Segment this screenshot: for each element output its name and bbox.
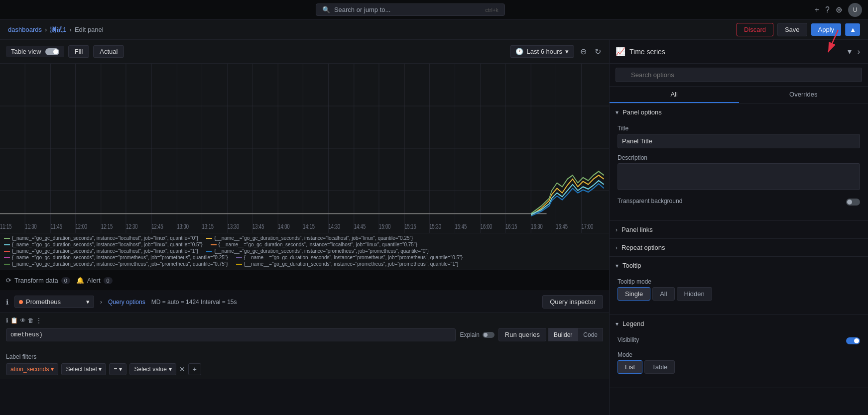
transform-label: Transform data [14, 277, 58, 284]
svg-text:16:45: 16:45 [556, 222, 568, 230]
tab-overrides[interactable]: Overrides [739, 87, 868, 103]
plus-icon[interactable]: + [815, 5, 819, 14]
add-filter-button[interactable]: + [188, 363, 201, 375]
breadcrumb-sep2: › [70, 26, 72, 33]
svg-text:15:45: 15:45 [455, 222, 467, 230]
svg-text:13:30: 13:30 [228, 222, 240, 230]
legend-row-2: {_name_="go_gc_duration_seconds", instan… [4, 242, 605, 247]
svg-text:12:00: 12:00 [76, 222, 88, 230]
value-select[interactable]: Select value ▾ [129, 363, 176, 375]
repeat-options-row[interactable]: › Repeat options [610, 239, 868, 257]
svg-text:13:00: 13:00 [177, 222, 189, 230]
chart-area: 11:15 11:30 11:45 12:00 12:15 12:30 12:4… [0, 64, 609, 233]
label-filters: Label filters ation_seconds ▾ Select lab… [0, 349, 609, 379]
breadcrumb-dashboards[interactable]: dashboards [8, 26, 42, 33]
save-button[interactable]: Save [777, 23, 807, 36]
rss-icon[interactable]: ⊕ [836, 5, 842, 14]
legend-table-btn[interactable]: Table [644, 360, 675, 374]
clock-icon: 🕐 [515, 48, 523, 55]
legend-color-10 [236, 264, 242, 265]
legend-text-7: {_name_="go_gc_duration_seconds", instan… [12, 255, 228, 260]
title-label: Title [618, 125, 860, 132]
legend-section: ▾ Legend Visibility Mode List Table [610, 315, 868, 388]
label-select[interactable]: Select label ▾ [61, 363, 106, 375]
query-inspector-button[interactable]: Query inspector [542, 295, 603, 309]
tooltip-mode-row: Single All Hidden [618, 287, 860, 301]
time-range-chevron: ▾ [565, 48, 569, 55]
query-input-row: ℹ 📋 👁 🗑 ⋮ [6, 317, 603, 324]
datasource-select[interactable]: Prometheus ▾ [14, 296, 94, 308]
transparent-bg-toggle[interactable] [846, 199, 860, 206]
tooltip-hidden-btn[interactable]: Hidden [677, 287, 712, 301]
svg-text:14:30: 14:30 [329, 222, 341, 230]
explain-switch[interactable] [483, 332, 495, 338]
query-trash-icon[interactable]: 🗑 [28, 317, 34, 324]
value-placeholder: Select value [134, 366, 166, 373]
svg-text:13:15: 13:15 [202, 222, 214, 230]
avatar[interactable]: U [848, 3, 862, 17]
tooltip-single-btn[interactable]: Single [618, 287, 650, 301]
toolbar-right: 🕐 Last 6 hours ▾ ⊖ ↻ [510, 45, 603, 58]
options-search-input[interactable] [616, 68, 862, 82]
query-options-link[interactable]: Query options [108, 299, 145, 306]
panel-type-chevron-down[interactable]: ▾ [846, 45, 854, 58]
operator-value: = [114, 366, 117, 373]
zoom-button[interactable]: ⊖ [578, 45, 589, 58]
transform-data-tab[interactable]: ⟳ Transform data 0 [6, 275, 70, 286]
builder-tab[interactable]: Builder [548, 328, 578, 341]
panel-type-expand[interactable]: › [856, 45, 862, 58]
panel-links-row[interactable]: › Panel links [610, 221, 868, 239]
datasource-dot [19, 300, 23, 304]
code-tab[interactable]: Code [578, 328, 603, 341]
question-icon[interactable]: ? [825, 5, 830, 14]
toolbar-left: Table view Fill Actual [6, 45, 124, 58]
svg-text:15:00: 15:00 [379, 222, 391, 230]
panel-type-actions: ▾ › [846, 45, 862, 58]
alert-tab[interactable]: 🔔 Alert 0 [76, 275, 113, 286]
legend-color-6 [206, 251, 212, 252]
breadcrumb-sep1: › [45, 26, 47, 33]
query-info-icon[interactable]: ℹ [6, 317, 8, 324]
run-queries-button[interactable]: Run queries [498, 328, 546, 341]
query-eye-icon[interactable]: 👁 [20, 317, 26, 324]
svg-text:11:30: 11:30 [25, 222, 37, 230]
query-more-icon[interactable]: ⋮ [36, 317, 42, 324]
legend-text-2: {__name__="go_gc_duration_seconds", inst… [214, 235, 413, 241]
description-label: Description [618, 154, 860, 161]
actual-button[interactable]: Actual [93, 45, 124, 58]
query-input-field[interactable] [6, 328, 456, 341]
description-field-row: Description [618, 154, 860, 192]
legend-title: Legend [622, 320, 644, 327]
metric-filter[interactable]: ation_seconds ▾ [6, 363, 58, 375]
transform-count: 0 [61, 277, 70, 284]
svg-text:11:45: 11:45 [50, 222, 62, 230]
visibility-toggle[interactable] [846, 337, 860, 344]
query-copy-icon[interactable]: 📋 [10, 317, 18, 324]
title-input[interactable] [618, 134, 860, 148]
info-icon[interactable]: ℹ [6, 298, 8, 306]
time-range-button[interactable]: 🕐 Last 6 hours ▾ [510, 45, 574, 58]
table-view-pill[interactable] [45, 48, 59, 55]
refresh-button[interactable]: ↻ [593, 45, 603, 58]
breadcrumb-dashboard[interactable]: 测试1 [50, 25, 66, 34]
svg-text:15:15: 15:15 [404, 222, 416, 230]
apply-button[interactable]: Apply [811, 23, 842, 36]
svg-text:16:00: 16:00 [481, 222, 493, 230]
legend-list-btn[interactable]: List [618, 360, 642, 374]
discard-button[interactable]: Discard [737, 23, 773, 36]
legend-header[interactable]: ▾ Legend [610, 315, 868, 332]
fill-button[interactable]: Fill [68, 45, 90, 58]
topbar-center: 🔍 Search or jump to... ctrl+k [6, 3, 815, 16]
query-body: ℹ 📋 👁 🗑 ⋮ Explain Run queries [0, 313, 609, 349]
operator-select[interactable]: = ▾ [109, 363, 126, 375]
description-textarea[interactable] [618, 163, 860, 190]
search-bar[interactable]: 🔍 Search or jump to... ctrl+k [316, 3, 505, 16]
datasource-chevron: ▾ [86, 298, 90, 306]
tooltip-all-btn[interactable]: All [652, 287, 674, 301]
table-view-toggle[interactable]: Table view [6, 46, 64, 57]
remove-filter-button[interactable]: ✕ [179, 365, 185, 373]
tooltip-header[interactable]: ▾ Tooltip [610, 257, 868, 274]
apply-chevron[interactable]: ▲ [845, 23, 860, 36]
panel-options-header[interactable]: ▾ Panel options [610, 104, 868, 121]
tab-all[interactable]: All [610, 87, 739, 103]
